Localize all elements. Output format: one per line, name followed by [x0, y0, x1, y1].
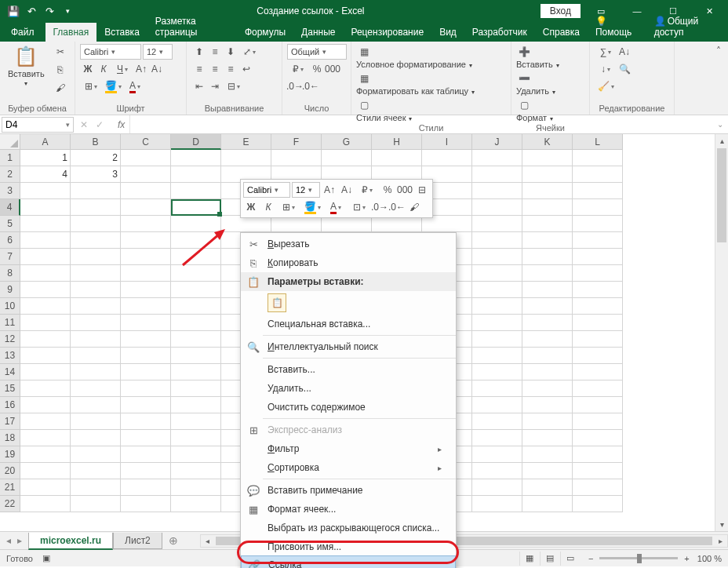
cell[interactable] — [322, 150, 372, 166]
cell[interactable] — [71, 446, 121, 463]
cell[interactable] — [121, 150, 171, 166]
cell[interactable] — [121, 446, 171, 463]
col-header[interactable]: J — [472, 134, 522, 150]
paste-button[interactable]: 📋 Вставить ▾ — [5, 44, 48, 89]
decrease-indent-icon[interactable]: ⇤ — [191, 78, 207, 94]
tab-help[interactable]: Справка — [535, 23, 588, 42]
cell[interactable]: 2 — [71, 150, 121, 166]
orientation-icon[interactable]: ⤢▾ — [238, 44, 260, 60]
sheet-prev-icon[interactable]: ◂ — [6, 535, 11, 546]
cell[interactable] — [573, 364, 623, 380]
cell[interactable] — [522, 265, 573, 282]
sheet-tab-active[interactable]: microexcel.ru — [28, 533, 113, 550]
align-left-icon[interactable]: ≡ — [191, 61, 207, 77]
conditional-formatting-button[interactable]: ▦Условное форматирование▾ — [356, 44, 472, 69]
cell[interactable] — [472, 446, 522, 463]
col-header[interactable]: K — [522, 134, 573, 150]
cell[interactable] — [20, 315, 71, 331]
cell[interactable] — [71, 199, 121, 216]
format-cells-button[interactable]: ▢Формат▾ — [516, 97, 553, 122]
cell[interactable] — [522, 496, 573, 512]
cell[interactable] — [121, 430, 171, 446]
cell[interactable] — [171, 199, 221, 216]
cell[interactable] — [472, 315, 522, 331]
cell[interactable] — [171, 380, 221, 397]
cell[interactable] — [20, 430, 71, 446]
merge-button[interactable]: ⊟▾ — [223, 78, 245, 94]
mini-grow-font-icon[interactable]: A↑ — [322, 182, 337, 198]
mini-italic-icon[interactable]: К — [260, 199, 276, 215]
cell[interactable] — [472, 282, 522, 298]
align-bottom-icon[interactable]: ⬇ — [223, 44, 238, 60]
cell[interactable] — [71, 249, 121, 265]
font-size-combo[interactable]: 12▾ — [143, 44, 173, 60]
cell[interactable] — [271, 150, 322, 166]
cell[interactable] — [472, 463, 522, 479]
ctx-cut[interactable]: ✂Вырезать — [241, 235, 456, 253]
cell[interactable] — [573, 446, 623, 463]
tab-home[interactable]: Главная — [46, 23, 97, 42]
cell[interactable] — [573, 249, 623, 265]
format-as-table-button[interactable]: ▦Форматировать как таблицу▾ — [356, 71, 475, 96]
row-header[interactable]: 14 — [0, 364, 20, 380]
row-header[interactable]: 9 — [0, 282, 20, 298]
cut-icon[interactable]: ✂ — [53, 44, 68, 60]
row-header[interactable]: 2 — [0, 166, 20, 183]
cell[interactable] — [20, 463, 71, 479]
cell-styles-button[interactable]: ▢Стили ячеек▾ — [356, 97, 412, 122]
cell[interactable] — [171, 150, 221, 166]
cell[interactable] — [121, 348, 171, 364]
number-format-combo[interactable]: Общий▾ — [287, 44, 347, 60]
cell[interactable] — [472, 183, 522, 199]
tab-file[interactable]: Файл — [0, 23, 46, 42]
cell[interactable] — [20, 199, 71, 216]
cell[interactable] — [71, 430, 121, 446]
cell[interactable] — [71, 463, 121, 479]
col-header[interactable]: A — [20, 134, 71, 150]
delete-cells-button[interactable]: ➖Удалить▾ — [516, 71, 555, 96]
underline-button[interactable]: Ч▾ — [111, 61, 133, 77]
cell[interactable] — [472, 298, 522, 315]
col-header[interactable]: C — [121, 134, 171, 150]
cell[interactable] — [71, 331, 121, 348]
cell[interactable] — [573, 216, 623, 232]
row-header[interactable]: 8 — [0, 265, 20, 282]
shrink-font-icon[interactable]: A↓ — [149, 61, 165, 77]
ctx-clear-contents[interactable]: Очистить содержимое — [241, 398, 456, 417]
macro-record-icon[interactable]: ▣ — [42, 553, 50, 563]
cell[interactable] — [472, 364, 522, 380]
sheet-next-icon[interactable]: ▸ — [17, 535, 22, 546]
cell[interactable] — [171, 249, 221, 265]
scroll-left-icon[interactable]: ◂ — [201, 535, 214, 547]
cell[interactable] — [573, 282, 623, 298]
cell[interactable] — [573, 496, 623, 512]
cell[interactable] — [71, 364, 121, 380]
cell[interactable] — [20, 232, 71, 249]
row-header[interactable]: 22 — [0, 496, 20, 512]
mini-fill-icon[interactable]: 🪣▾ — [301, 199, 323, 215]
cell[interactable] — [522, 249, 573, 265]
cell[interactable] — [171, 446, 221, 463]
row-header[interactable]: 5 — [0, 216, 20, 232]
zoom-value[interactable]: 100 % — [697, 554, 722, 563]
scroll-right-icon[interactable]: ▸ — [714, 535, 727, 547]
mini-bold-icon[interactable]: Ж — [243, 199, 259, 215]
cell[interactable] — [121, 298, 171, 315]
copy-icon[interactable]: ⎘ — [53, 62, 68, 78]
col-header[interactable]: B — [71, 134, 121, 150]
cell[interactable] — [573, 183, 623, 199]
cell[interactable] — [20, 479, 71, 496]
tab-tellme[interactable]: 💡Помощь — [588, 12, 646, 42]
cell[interactable] — [171, 397, 221, 413]
cell[interactable] — [20, 446, 71, 463]
cell[interactable] — [522, 216, 573, 232]
cell[interactable] — [573, 463, 623, 479]
scroll-down-icon[interactable]: ▾ — [715, 518, 728, 531]
ctx-hyperlink[interactable]: 🔗Ссылка — [241, 555, 456, 568]
ctx-delete[interactable]: Удалить... — [241, 379, 456, 398]
mini-borders-icon[interactable]: ⊡▾ — [348, 199, 370, 215]
cell[interactable] — [522, 183, 573, 199]
cell[interactable] — [71, 479, 121, 496]
mini-font-combo[interactable]: Calibri▾ — [243, 182, 290, 198]
undo-icon[interactable]: ↶ — [23, 2, 40, 20]
